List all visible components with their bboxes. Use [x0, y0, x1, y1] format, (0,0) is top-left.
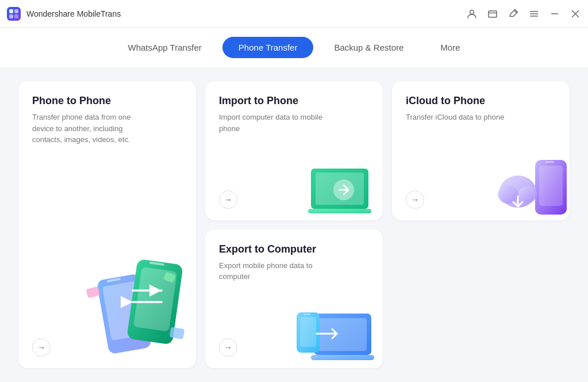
edit-icon[interactable] [508, 8, 519, 20]
phone-to-phone-illustration [81, 242, 196, 368]
svg-rect-1 [14, 9, 18, 13]
svg-point-32 [518, 186, 537, 203]
app-title: Wondershare MobileTrans [26, 9, 121, 18]
svg-rect-38 [303, 314, 310, 315]
card-icloud-arrow[interactable]: → [406, 190, 424, 209]
svg-rect-25 [308, 209, 371, 213]
tab-whatsapp-transfer[interactable]: WhatsApp Transfer [112, 37, 217, 58]
svg-rect-37 [300, 317, 316, 347]
card-icloud-to-phone[interactable]: iCloud to Phone Transfer iCloud data to … [392, 81, 570, 220]
card-export-title: Export to Computer [219, 243, 369, 255]
account-icon[interactable] [466, 8, 478, 20]
card-export-to-computer[interactable]: Export to Computer Export mobile phone d… [205, 230, 383, 369]
svg-rect-35 [311, 355, 374, 360]
svg-point-31 [498, 185, 518, 204]
import-illustration [302, 151, 383, 220]
menu-icon[interactable] [528, 8, 540, 20]
card-phone-to-phone-title: Phone to Phone [32, 95, 182, 107]
card-import-desc: Import computer data to mobile phone [219, 112, 322, 134]
nav-bar: WhatsApp Transfer Phone Transfer Backup … [0, 28, 588, 67]
minimize-icon[interactable] [549, 8, 560, 20]
card-import-title: Import to Phone [219, 95, 369, 107]
svg-rect-3 [14, 14, 18, 18]
svg-rect-29 [545, 161, 554, 163]
close-icon[interactable] [570, 8, 581, 20]
tab-more[interactable]: More [424, 37, 476, 58]
app-icon [7, 7, 21, 21]
svg-rect-5 [489, 11, 497, 17]
card-import-arrow[interactable]: → [219, 190, 237, 209]
cards-grid: Phone to Phone Transfer phone data from … [18, 81, 570, 368]
window-icon[interactable] [487, 8, 498, 20]
title-bar: Wondershare MobileTrans [0, 0, 588, 28]
card-export-desc: Export mobile phone data to computer [219, 260, 322, 282]
card-icloud-desc: Transfer iCloud data to phone [406, 112, 509, 123]
svg-point-4 [470, 10, 474, 14]
card-icloud-title: iCloud to Phone [406, 95, 556, 107]
card-phone-to-phone-desc: Transfer phone data from one device to a… [32, 112, 136, 146]
tab-phone-transfer[interactable]: Phone Transfer [222, 37, 314, 58]
card-import-to-phone[interactable]: Import to Phone Import computer data to … [205, 81, 383, 220]
svg-rect-20 [86, 286, 100, 298]
svg-rect-0 [9, 9, 13, 13]
svg-rect-28 [539, 166, 563, 206]
card-phone-to-phone-arrow[interactable]: → [32, 338, 51, 357]
card-export-arrow[interactable]: → [219, 338, 237, 357]
icloud-illustration [495, 151, 570, 220]
title-bar-left: Wondershare MobileTrans [7, 7, 121, 21]
tab-backup-restore[interactable]: Backup & Restore [318, 37, 420, 58]
title-bar-controls [466, 8, 581, 20]
svg-rect-2 [9, 14, 13, 18]
main-content: Phone to Phone Transfer phone data from … [0, 67, 588, 382]
export-illustration [291, 293, 383, 368]
card-phone-to-phone[interactable]: Phone to Phone Transfer phone data from … [18, 81, 196, 368]
